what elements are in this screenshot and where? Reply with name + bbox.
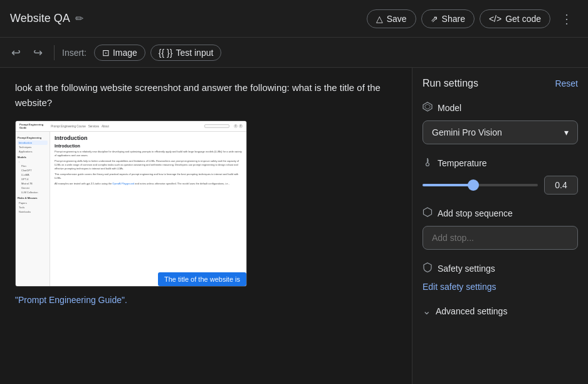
main-content: look at the following website screenshot…: [0, 68, 588, 384]
stop-sequence-title: Add stop sequence: [438, 208, 513, 218]
fw-content-para4: All examples are tested with gpt-3.5-tur…: [55, 182, 242, 186]
topbar: Website QA ✏ △ Save ⇗ Share </> Get code…: [0, 0, 588, 38]
redo-icon: ↪: [33, 46, 43, 59]
temperature-section: Temperature 0.4: [423, 157, 578, 195]
fw-sidebar-item-notebooks: Notebooks: [18, 210, 48, 214]
stop-sequence-label: Add stop sequence: [423, 207, 578, 220]
fw-sidebar-item-flan: Flan: [18, 164, 48, 168]
fw-sidebar-section-1: Prompt Engineering: [18, 136, 48, 139]
fw-brand: Prompt Engineering Guide: [19, 123, 43, 129]
advanced-settings-section: ⌄ Advanced settings: [423, 305, 578, 317]
edit-safety-settings-link[interactable]: Edit safety settings: [423, 282, 496, 292]
share-label: Share: [442, 14, 465, 24]
fw-sidebar: Prompt Engineering Introduction Techniqu…: [16, 132, 50, 286]
fw-body: Prompt Engineering Introduction Techniqu…: [16, 132, 246, 286]
fw-sidebar-item-gpt4: GPT-4: [18, 177, 48, 181]
toolbar: ↩ ↪ Insert: ⊡ Image {{ }} Test input: [0, 38, 588, 68]
fake-website-content: Prompt Engineering Guide Prompt Engineer…: [16, 121, 246, 286]
temperature-slider-container[interactable]: [423, 179, 538, 191]
topbar-actions: △ Save ⇗ Share </> Get code ⋮: [367, 9, 578, 29]
fw-sidebar-item-llm: LLM Collection: [18, 190, 48, 195]
fw-nav-link-1: Prompt Engineering Course: [51, 125, 86, 128]
fw-sidebar-section-risks: Risks & Misuses: [18, 196, 48, 200]
save-button[interactable]: △ Save: [367, 9, 416, 28]
fw-sidebar-item-papers: Papers: [18, 201, 48, 205]
safety-title: Safety settings: [438, 264, 495, 274]
fw-search: [204, 124, 229, 128]
get-code-button[interactable]: </> Get code: [480, 9, 550, 28]
fw-sidebar-item-applications: Applications: [18, 149, 48, 154]
fw-content-para3: This comprehensive guide covers the theo…: [55, 173, 242, 180]
left-panel: look at the following website screenshot…: [0, 68, 412, 384]
advanced-settings-row[interactable]: ⌄ Advanced settings: [423, 305, 578, 317]
code-icon: </>: [489, 14, 501, 24]
run-settings-header: Run settings Reset: [423, 78, 578, 89]
insert-test-input-button[interactable]: {{ }} Test input: [150, 45, 222, 61]
right-panel: Run settings Reset Model Gemini Pro Visi…: [412, 68, 588, 384]
save-label: Save: [387, 14, 407, 24]
fw-content-para2: Prompt engineering skills help to better…: [55, 159, 242, 171]
app-title: Website QA: [10, 12, 70, 25]
fw-nav-links: Prompt Engineering Course Services About: [51, 125, 109, 128]
temperature-icon: [423, 157, 433, 169]
test-input-label: Test input: [176, 48, 213, 58]
svg-marker-1: [425, 104, 430, 109]
fw-sidebar-item-intro: Introduction: [18, 141, 48, 145]
safety-icon: [423, 262, 433, 275]
fw-nav-link-3: About: [102, 125, 109, 128]
stop-sequence-icon: [423, 207, 433, 220]
fw-nav-link-2: Services: [88, 125, 99, 128]
dropdown-arrow-icon: ▾: [564, 127, 569, 137]
slider-track: [423, 184, 538, 186]
fw-content: Introduction Introduction Prompt enginee…: [50, 132, 246, 286]
slider-fill: [423, 184, 473, 186]
fw-nav-icons: G D: [234, 124, 243, 128]
insert-image-button[interactable]: ⊡ Image: [94, 45, 145, 61]
redo-button[interactable]: ↪: [29, 43, 46, 62]
fw-content-header: Introduction: [55, 135, 242, 141]
insert-label: Insert:: [62, 48, 87, 58]
reset-button[interactable]: Reset: [555, 78, 578, 88]
image-label: Image: [113, 48, 137, 58]
fw-nav: Prompt Engineering Guide Prompt Engineer…: [16, 121, 246, 132]
fw-content-subtitle: Introduction: [55, 144, 242, 148]
toolbar-divider: [54, 45, 55, 60]
share-icon: ⇗: [431, 14, 438, 24]
braces-icon: {{ }}: [159, 48, 173, 58]
answer-tag-overlay: The title of the website is: [158, 272, 246, 286]
fw-sidebar-item-llama: LLaMA: [18, 173, 48, 177]
chevron-down-icon: ⌄: [423, 305, 431, 317]
temperature-label: Temperature: [438, 158, 487, 168]
prompt-text: look at the following website screenshot…: [15, 80, 397, 110]
stop-input[interactable]: [423, 226, 578, 250]
image-icon: ⊡: [102, 48, 110, 58]
model-selected: Gemini Pro Vision: [432, 127, 502, 137]
temperature-value[interactable]: 0.4: [544, 176, 578, 195]
model-dropdown[interactable]: Gemini Pro Vision ▾: [423, 120, 578, 144]
fw-sidebar-item-mistral: Mistral 7B: [18, 181, 48, 186]
run-settings-title: Run settings: [423, 78, 478, 89]
safety-settings-section: Safety settings Edit safety settings: [423, 262, 578, 292]
fw-sidebar-section-models: Models: [18, 156, 48, 159]
svg-point-3: [426, 163, 429, 166]
undo-button[interactable]: ↩: [8, 43, 24, 62]
model-section: Model Gemini Pro Vision ▾: [423, 102, 578, 144]
model-section-label: Model: [423, 102, 578, 114]
stop-sequence-section: Add stop sequence: [423, 207, 578, 250]
get-code-label: Get code: [505, 14, 541, 24]
fw-sidebar-item-chatgpt: ChatGPT: [18, 168, 48, 173]
model-label: Model: [438, 103, 461, 113]
more-options-button[interactable]: ⋮: [555, 9, 578, 29]
slider-thumb[interactable]: [468, 179, 479, 191]
temperature-section-label: Temperature: [423, 157, 578, 169]
fw-sidebar-item-tools: Tools: [18, 205, 48, 210]
edit-icon[interactable]: ✏: [75, 13, 83, 24]
fw-sidebar-item-gemini: Gemini: [18, 186, 48, 190]
website-screenshot: Prompt Engineering Guide Prompt Engineer…: [15, 120, 247, 287]
svg-marker-6: [424, 208, 432, 216]
answer-area: "Prompt Engineering Guide".: [15, 294, 397, 306]
share-button[interactable]: ⇗ Share: [421, 9, 475, 28]
model-icon: [423, 102, 433, 114]
fw-sidebar-item-techniques: Techniques: [18, 145, 48, 149]
svg-marker-0: [423, 102, 432, 111]
